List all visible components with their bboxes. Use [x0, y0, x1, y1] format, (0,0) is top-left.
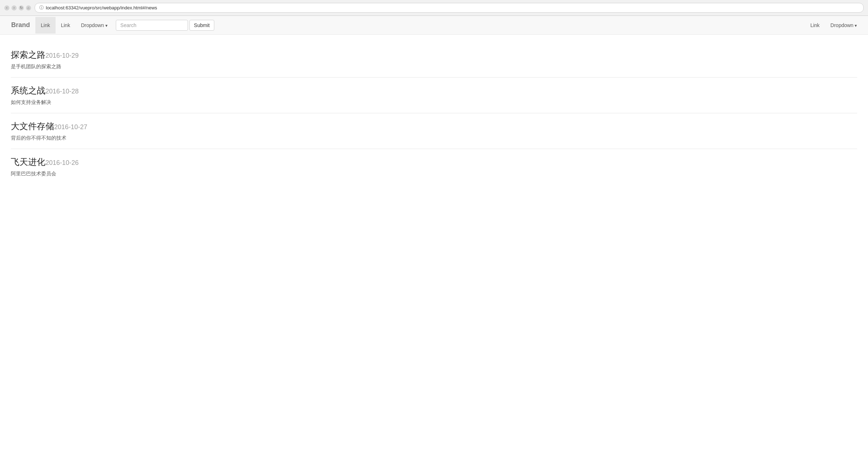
news-item: 大文件存储2016-10-27背后的你不得不知的技术 [11, 113, 857, 149]
refresh-button[interactable]: ↻ [19, 5, 24, 10]
news-list: 探索之路2016-10-29是手机团队的探索之路系统之战2016-10-28如何… [11, 42, 857, 184]
nav-link-link1[interactable]: Link [35, 17, 56, 34]
news-item: 系统之战2016-10-28如何支持业务解决 [11, 78, 857, 113]
back-button[interactable]: ‹ [4, 5, 9, 10]
news-item: 飞天进化2016-10-26阿里巴巴技术委员会 [11, 149, 857, 184]
main-content: 探索之路2016-10-29是手机团队的探索之路系统之战2016-10-28如何… [0, 35, 868, 192]
nav-item-dropdown1: Dropdown [75, 17, 113, 34]
news-title: 系统之战2016-10-28 [11, 85, 857, 96]
news-date: 2016-10-29 [45, 52, 79, 59]
forward-button[interactable]: › [12, 5, 17, 10]
navbar-form: Submit [116, 20, 215, 31]
home-button[interactable]: ⌂ [26, 5, 31, 10]
nav-link-right-link[interactable]: Link [805, 17, 825, 34]
nav-link-dropdown1[interactable]: Dropdown [75, 17, 113, 34]
news-desc: 如何支持业务解决 [11, 99, 857, 106]
nav-link-right-dropdown[interactable]: Dropdown [825, 17, 862, 34]
news-item: 探索之路2016-10-29是手机团队的探索之路 [11, 42, 857, 78]
news-desc: 阿里巴巴技术委员会 [11, 171, 857, 177]
navbar: Brand Link Link Dropdown Submit Link Dro… [0, 16, 868, 35]
url-text: localhost:63342/vuepro/src/webapp/index.… [46, 5, 157, 10]
news-desc: 是手机团队的探索之路 [11, 64, 857, 70]
news-date: 2016-10-28 [45, 88, 79, 95]
nav-item-link2: Link [56, 17, 76, 34]
navbar-brand[interactable]: Brand [6, 16, 35, 34]
security-icon: ⓘ [39, 5, 44, 11]
navbar-right: Link Dropdown [805, 17, 862, 34]
nav-link-link2[interactable]: Link [56, 17, 76, 34]
news-date: 2016-10-26 [45, 159, 79, 166]
search-input[interactable] [116, 20, 188, 31]
nav-item-right-dropdown: Dropdown [825, 17, 862, 34]
address-bar[interactable]: ⓘ localhost:63342/vuepro/src/webapp/inde… [35, 3, 864, 13]
navbar-nav-left: Link Link Dropdown [35, 17, 113, 34]
nav-item-right-link: Link [805, 17, 825, 34]
navbar-nav-right: Link Dropdown [805, 17, 862, 34]
news-title: 探索之路2016-10-29 [11, 49, 857, 61]
browser-chrome: ‹ › ↻ ⌂ ⓘ localhost:63342/vuepro/src/web… [0, 0, 868, 16]
browser-controls: ‹ › ↻ ⌂ [4, 5, 31, 10]
news-date: 2016-10-27 [54, 123, 87, 131]
news-desc: 背后的你不得不知的技术 [11, 135, 857, 141]
nav-item-link1: Link [35, 17, 56, 34]
submit-button[interactable]: Submit [189, 20, 215, 31]
news-title: 大文件存储2016-10-27 [11, 121, 857, 132]
news-title: 飞天进化2016-10-26 [11, 156, 857, 168]
